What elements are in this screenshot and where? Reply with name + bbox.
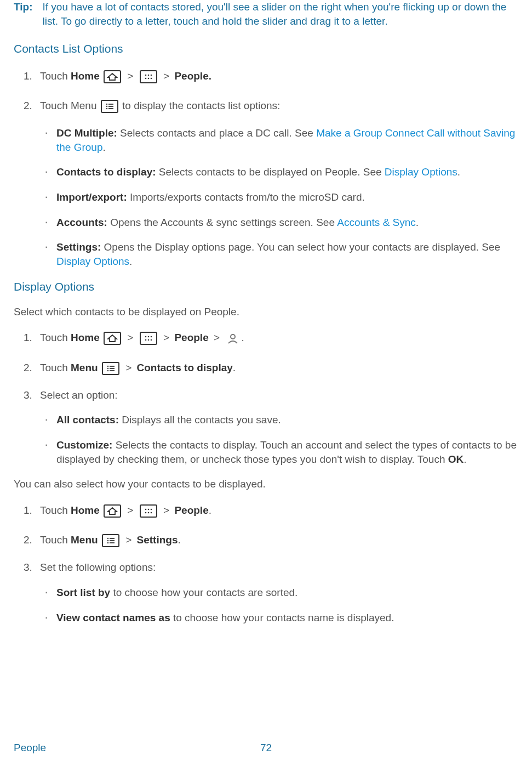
step-text: Set the following options: bbox=[40, 561, 156, 573]
bullet-label: Settings: bbox=[56, 241, 101, 253]
separator: > bbox=[163, 70, 169, 82]
bullet-text: Opens the Accounts & sync settings scree… bbox=[107, 217, 337, 228]
separator: > bbox=[163, 504, 169, 516]
heading-contacts-list-options: Contacts List Options bbox=[14, 41, 518, 56]
svg-point-21 bbox=[107, 367, 108, 368]
tip-text: If you have a lot of contacts stored, yo… bbox=[42, 0, 518, 28]
bullet-label: All contacts: bbox=[56, 414, 119, 425]
step-text: Touch bbox=[40, 534, 71, 546]
label-ok: OK bbox=[448, 453, 464, 465]
step-number: 2. bbox=[24, 97, 32, 115]
svg-point-30 bbox=[150, 512, 152, 514]
footer-page-number: 72 bbox=[260, 741, 272, 755]
separator: > bbox=[163, 332, 169, 343]
label-home: Home bbox=[71, 70, 100, 82]
menu-icon bbox=[102, 362, 119, 375]
page-footer: People 72 bbox=[14, 741, 518, 755]
steps-display-options-2: 1. Touch Home > > People. 2. Touch Menu … bbox=[14, 501, 518, 575]
separator: > bbox=[127, 332, 133, 343]
label-home: Home bbox=[71, 332, 100, 343]
apps-icon bbox=[140, 70, 157, 83]
svg-point-6 bbox=[106, 104, 107, 105]
footer-section: People bbox=[14, 741, 46, 755]
list-item: Import/export: Imports/exports contacts … bbox=[56, 190, 518, 205]
list-item: Settings: Opens the Display options page… bbox=[56, 240, 518, 268]
apps-icon bbox=[140, 504, 157, 518]
bullet-text: Imports/exports contacts from/to the mic… bbox=[127, 191, 365, 203]
label-people: People bbox=[174, 504, 208, 516]
list-item: View contact names as to choose how your… bbox=[56, 611, 518, 625]
svg-point-35 bbox=[107, 542, 108, 543]
svg-point-4 bbox=[147, 77, 149, 79]
list-item: Customize: Selects the contacts to displ… bbox=[56, 438, 518, 466]
svg-point-12 bbox=[145, 336, 146, 338]
step-1: 1. Touch Home > > People > . bbox=[40, 328, 518, 347]
step-text: Touch Menu bbox=[40, 100, 100, 111]
step-number: 3. bbox=[24, 388, 32, 402]
list-item: Accounts: Opens the Accounts & sync sett… bbox=[56, 215, 518, 230]
link-display-options[interactable]: Display Options bbox=[385, 166, 457, 178]
svg-point-16 bbox=[147, 339, 149, 341]
step-2: 2. Touch Menu > Contacts to display. bbox=[40, 359, 518, 377]
step-number: 2. bbox=[24, 531, 32, 549]
step-2: 2. Touch Menu > Settings. bbox=[40, 531, 518, 549]
separator: > bbox=[127, 70, 133, 82]
svg-point-33 bbox=[107, 540, 108, 541]
tip-label: Tip: bbox=[14, 0, 32, 28]
step-text: Touch bbox=[40, 332, 71, 343]
bullet-label: View contact names as bbox=[56, 612, 170, 623]
bullet-label: Customize: bbox=[56, 439, 112, 451]
list-item: DC Multiple: Selects contacts and place … bbox=[56, 126, 518, 154]
heading-display-options: Display Options bbox=[14, 279, 518, 294]
svg-point-13 bbox=[147, 336, 149, 338]
step-number: 1. bbox=[24, 501, 32, 520]
svg-point-15 bbox=[145, 339, 146, 341]
svg-point-23 bbox=[107, 370, 108, 371]
bullet-text: Selects contacts to be displayed on Peop… bbox=[156, 166, 385, 178]
tip-block: Tip: If you have a lot of contacts store… bbox=[14, 0, 518, 28]
bullet-label: Sort list by bbox=[56, 587, 110, 598]
separator: > bbox=[127, 504, 133, 516]
step-number: 1. bbox=[24, 328, 32, 347]
link-display-options[interactable]: Display Options bbox=[56, 256, 129, 267]
svg-point-8 bbox=[106, 106, 107, 107]
label-menu: Menu bbox=[71, 534, 98, 546]
bullets-settings-options: Sort list by to choose how your contacts… bbox=[14, 586, 518, 625]
bullet-text: Selects contacts and place a DC call. Se… bbox=[117, 127, 316, 139]
step-1: 1. Touch Home > > People. bbox=[40, 67, 518, 86]
svg-point-31 bbox=[107, 538, 108, 539]
link-accounts-sync[interactable]: Accounts & Sync bbox=[337, 217, 416, 228]
home-icon bbox=[104, 504, 121, 518]
bullet-text: Opens the Display options page. You can … bbox=[101, 241, 500, 253]
svg-point-25 bbox=[145, 509, 146, 510]
paragraph: You can also select how your contacts to… bbox=[14, 477, 518, 491]
svg-point-26 bbox=[147, 509, 149, 510]
separator: > bbox=[125, 534, 131, 546]
svg-point-27 bbox=[150, 509, 152, 510]
svg-point-29 bbox=[147, 512, 149, 514]
label-menu: Menu bbox=[71, 362, 98, 373]
menu-icon bbox=[102, 534, 119, 547]
bullet-label: Accounts: bbox=[56, 217, 107, 228]
contact-icon bbox=[226, 332, 240, 345]
svg-point-28 bbox=[145, 512, 146, 514]
step-text: to display the contacts list options: bbox=[122, 100, 280, 111]
svg-point-5 bbox=[150, 77, 152, 79]
list-item: Contacts to display: Selects contacts to… bbox=[56, 165, 518, 179]
step-1: 1. Touch Home > > People. bbox=[40, 501, 518, 520]
svg-point-10 bbox=[106, 108, 107, 109]
svg-point-0 bbox=[145, 74, 146, 76]
label-people: People. bbox=[174, 70, 211, 82]
bullet-label: DC Multiple: bbox=[56, 127, 117, 139]
label-people: People bbox=[174, 332, 208, 343]
svg-point-18 bbox=[231, 334, 235, 339]
svg-point-3 bbox=[145, 77, 146, 79]
list-item: Sort list by to choose how your contacts… bbox=[56, 586, 518, 600]
bullet-text: to choose how your contacts are sorted. bbox=[110, 587, 298, 598]
label-home: Home bbox=[71, 504, 100, 516]
step-3: 3. Select an option: bbox=[40, 388, 518, 402]
list-item: All contacts: Displays all the contacts … bbox=[56, 413, 518, 427]
bullet-label: Import/export: bbox=[56, 191, 127, 203]
menu-icon bbox=[101, 100, 118, 113]
bullet-text: Displays all the contacts you save. bbox=[119, 414, 281, 425]
